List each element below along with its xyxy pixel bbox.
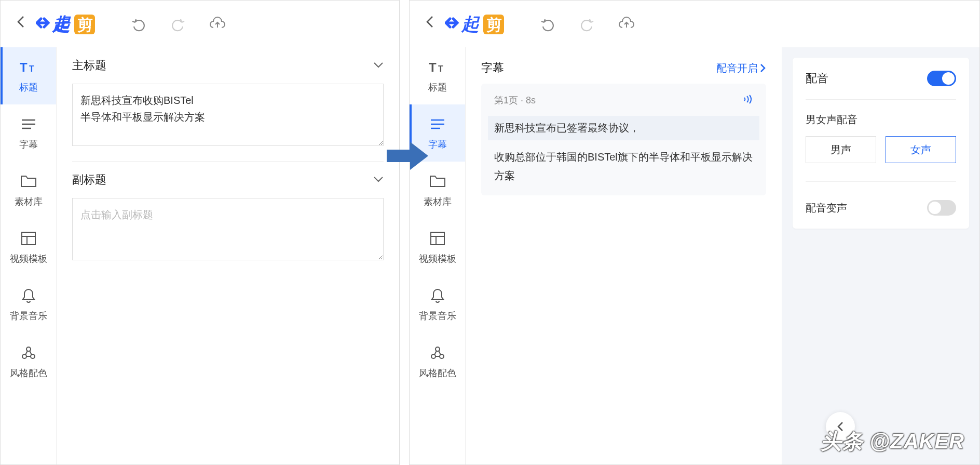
- svg-line-32: [434, 351, 437, 355]
- cloud-upload-button[interactable]: [617, 15, 636, 33]
- main-title-section: 主标题: [72, 58, 384, 162]
- chevron-down-icon[interactable]: [373, 60, 384, 71]
- right-panel: 起 剪 TT 标题 字幕: [409, 0, 980, 465]
- arrow-right-icon: [384, 140, 431, 171]
- sidebar-item-subtitle[interactable]: 字幕: [1, 104, 56, 162]
- voice-panel-title: 配音: [806, 71, 828, 86]
- subtitle-content: 字幕 配音开启 第1页 · 8s 新思科技宣布已签署最终协议， 收购总部位于韩国: [466, 47, 782, 464]
- page-meta-label: 第1页 · 8s: [494, 94, 536, 107]
- palette-icon: [429, 344, 446, 362]
- svg-rect-9: [22, 232, 35, 245]
- bell-icon: [429, 287, 446, 304]
- redo-button[interactable]: [578, 15, 596, 33]
- left-panel: 走 起 剪 TT 标题: [0, 0, 400, 465]
- sidebar-label: 素材库: [424, 195, 452, 208]
- svg-rect-26: [431, 232, 444, 245]
- voice-change-toggle[interactable]: [927, 200, 956, 216]
- sidebar-item-color[interactable]: 风格配色: [410, 333, 465, 390]
- voice-option-female[interactable]: 女声: [886, 136, 956, 163]
- sidebar-label: 风格配色: [10, 367, 47, 379]
- back-button[interactable]: [425, 15, 434, 33]
- voice-option-male[interactable]: 男声: [806, 136, 876, 163]
- undo-button[interactable]: [538, 15, 557, 33]
- sidebar-item-library[interactable]: 素材库: [1, 162, 56, 219]
- svg-text:起: 起: [51, 14, 71, 34]
- subtitle-title: 字幕: [481, 60, 504, 76]
- title-icon: TT: [20, 58, 37, 76]
- folder-icon: [429, 172, 446, 190]
- sidebar-label: 风格配色: [419, 367, 456, 379]
- sidebar-label: 字幕: [19, 138, 38, 151]
- topbar-right: 起 剪: [410, 1, 979, 47]
- sidebar-label: 素材库: [15, 195, 43, 208]
- back-button[interactable]: [16, 15, 25, 33]
- svg-text:起: 起: [460, 14, 480, 34]
- main-title-label: 主标题: [72, 58, 106, 73]
- voice-side-panel: 配音 男女声配音 男声 女声 配音变声: [782, 47, 979, 464]
- undo-button[interactable]: [129, 15, 148, 33]
- svg-line-16: [30, 351, 32, 355]
- sidebar-label: 背景音乐: [419, 310, 456, 322]
- bell-icon: [20, 287, 37, 304]
- svg-text:T: T: [429, 60, 437, 74]
- template-icon: [429, 230, 446, 247]
- logo: 起 剪: [445, 11, 518, 37]
- topbar-left: 走 起 剪: [1, 1, 399, 47]
- svg-text:剪: 剪: [486, 16, 502, 33]
- folder-icon: [20, 172, 37, 190]
- palette-icon: [20, 344, 37, 362]
- sidebar-item-music[interactable]: 背景音乐: [410, 276, 465, 333]
- sidebar-item-template[interactable]: 视频模板: [1, 219, 56, 276]
- sidebar-item-music[interactable]: 背景音乐: [1, 276, 56, 333]
- svg-text:T: T: [438, 64, 443, 73]
- sidebar-item-template[interactable]: 视频模板: [410, 219, 465, 276]
- chevron-right-icon: [760, 63, 766, 73]
- svg-text:T: T: [29, 64, 34, 73]
- sub-title-input[interactable]: [72, 198, 384, 260]
- svg-text:T: T: [20, 60, 28, 74]
- sidebar-item-color[interactable]: 风格配色: [1, 333, 56, 390]
- cloud-upload-button[interactable]: [208, 15, 227, 33]
- sub-title-label: 副标题: [72, 172, 106, 188]
- sound-wave-icon: [743, 95, 753, 107]
- sidebar-item-title[interactable]: TT 标题: [410, 47, 465, 104]
- template-icon: [20, 230, 37, 247]
- sidebar-label: 视频模板: [10, 253, 47, 265]
- subtitle-page-card[interactable]: 第1页 · 8s 新思科技宣布已签署最终协议， 收购总部位于韩国的BISTel旗…: [481, 84, 766, 195]
- sidebar-right: TT 标题 字幕 素材库 视频模板: [410, 47, 466, 464]
- sidebar-item-title[interactable]: TT 标题: [1, 47, 56, 104]
- chevron-down-icon[interactable]: [373, 175, 384, 185]
- subtitle-icon: [429, 115, 446, 133]
- sidebar-left: TT 标题 字幕 素材库 视频模板: [1, 47, 57, 464]
- subtitle-line-2[interactable]: 收购总部位于韩国的BISTel旗下的半导体和平板显示解决方案: [494, 148, 753, 185]
- svg-line-33: [439, 351, 441, 355]
- sidebar-label: 标题: [428, 81, 447, 94]
- voice-enable-link[interactable]: 配音开启: [716, 61, 766, 75]
- svg-line-15: [25, 351, 28, 355]
- subtitle-icon: [20, 115, 37, 133]
- logo: 走 起 剪: [36, 11, 108, 37]
- content-left: 主标题 副标题: [57, 47, 399, 464]
- redo-button[interactable]: [169, 15, 187, 33]
- watermark: 头条 @ZAKER: [821, 427, 964, 456]
- sidebar-label: 背景音乐: [10, 310, 47, 322]
- svg-text:剪: 剪: [77, 16, 93, 33]
- sidebar-label: 视频模板: [419, 253, 456, 265]
- sub-title-section: 副标题: [72, 172, 384, 275]
- voice-toggle-switch[interactable]: [927, 71, 956, 86]
- gender-label: 男女声配音: [806, 113, 956, 127]
- subtitle-line-1[interactable]: 新思科技宣布已签署最终协议，: [488, 116, 759, 140]
- title-icon: TT: [429, 58, 446, 76]
- sidebar-label: 标题: [19, 81, 38, 94]
- voice-change-label: 配音变声: [806, 201, 847, 215]
- main-title-input[interactable]: [72, 84, 384, 146]
